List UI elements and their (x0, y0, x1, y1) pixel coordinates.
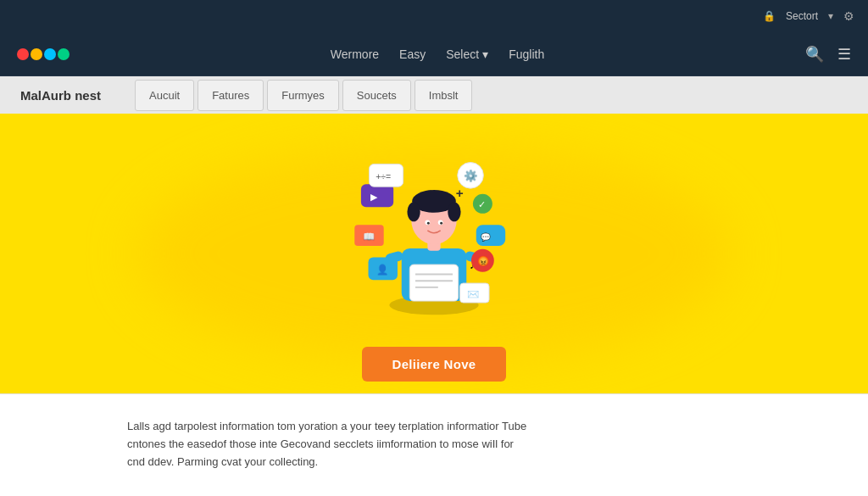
nav-links: Wermore Easy Select ▾ Fuglith (331, 47, 544, 61)
svg-text:📖: 📖 (363, 231, 376, 242)
content-section: Lalls agd tarpolest information tom yora… (0, 394, 868, 488)
search-icon[interactable]: 🔍 (805, 45, 824, 64)
svg-text:⚙️: ⚙️ (464, 168, 478, 182)
sub-nav-links: Aucuit Fatures Furmyes Soucets Imbslt (135, 80, 476, 111)
sub-nav-link-imbslt[interactable]: Imbslt (415, 80, 473, 111)
main-nav: Wermore Easy Select ▾ Fuglith 🔍 ☰ (0, 32, 868, 76)
hero-cta-button[interactable]: Deliiere Nove (362, 347, 507, 382)
svg-text:+÷=: +÷= (376, 170, 391, 181)
sub-nav: MalAurb nest Aucuit Fatures Furmyes Souc… (0, 76, 868, 114)
chevron-icon: ▾ (828, 10, 833, 22)
sub-nav-title: MalAurb nest (20, 88, 101, 103)
logo-dot-green (58, 48, 70, 60)
illustration-svg: ⚙️ ✓ 💬 ♪ ▶ (341, 131, 527, 326)
hero-section: ⚙️ ✓ 💬 ♪ ▶ (0, 114, 868, 393)
sub-nav-link-soucets[interactable]: Soucets (342, 80, 411, 111)
nav-link-wermore[interactable]: Wermore (331, 47, 379, 61)
svg-point-14 (440, 221, 442, 224)
nav-icons: 🔍 ☰ (805, 45, 851, 64)
sectort-label[interactable]: Sectort (786, 10, 818, 22)
sub-nav-link-aucuit[interactable]: Aucuit (135, 80, 194, 111)
gear-icon[interactable]: ⚙ (843, 9, 854, 23)
nav-link-easy[interactable]: Easy (399, 47, 426, 61)
logo-dot-red (17, 48, 29, 60)
svg-point-10 (448, 202, 460, 221)
svg-point-9 (407, 202, 420, 221)
content-paragraph: Lalls agd tarpolest information tom yora… (127, 418, 534, 471)
hero-content: ⚙️ ✓ 💬 ♪ ▶ (341, 126, 527, 382)
svg-text:💬: 💬 (481, 232, 491, 242)
nav-select-dropdown[interactable]: Select ▾ (446, 47, 488, 61)
hero-illustration: ⚙️ ✓ 💬 ♪ ▶ (341, 126, 527, 330)
nav-link-fuglith[interactable]: Fuglith (509, 47, 544, 61)
svg-text:+: + (456, 185, 464, 199)
svg-text:✓: ✓ (478, 199, 486, 209)
select-label: Select (446, 47, 479, 61)
logo-dot-blue (44, 48, 56, 60)
svg-rect-2 (409, 265, 458, 301)
svg-text:✉️: ✉️ (467, 288, 480, 300)
sub-nav-link-furmyes[interactable]: Furmyes (267, 80, 339, 111)
select-chevron-icon: ▾ (482, 47, 488, 61)
svg-text:😡: 😡 (477, 255, 490, 267)
sub-nav-link-fatures[interactable]: Fatures (198, 80, 264, 111)
logo-dot-yellow (31, 48, 42, 60)
top-utility-nav: 🔒 Sectort ▾ ⚙ (0, 0, 868, 32)
logo[interactable] (17, 48, 70, 60)
lock-icon: 🔒 (763, 10, 776, 22)
svg-text:▶: ▶ (370, 191, 378, 201)
hamburger-menu-icon[interactable]: ☰ (837, 45, 851, 64)
svg-text:👤: 👤 (376, 263, 389, 275)
svg-point-13 (427, 221, 430, 224)
